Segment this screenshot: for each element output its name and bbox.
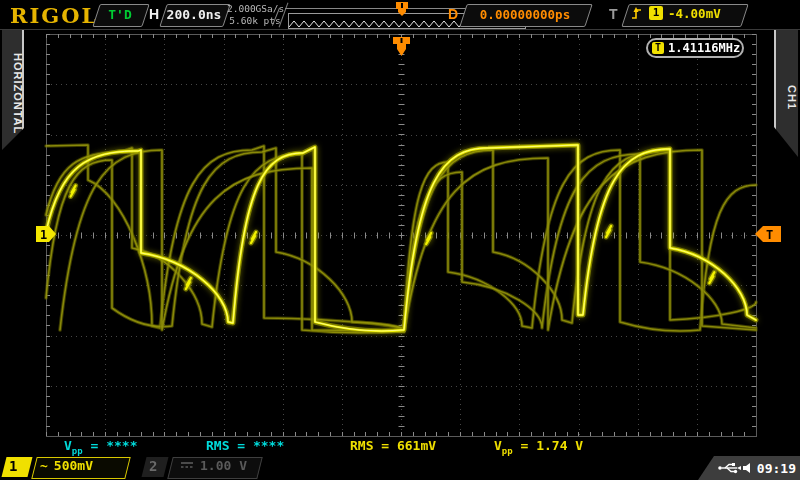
channel2-scale[interactable]: 1.00 V <box>180 458 260 473</box>
trigger-position-mini-icon[interactable] <box>395 2 409 17</box>
freq-counter-trigger-badge: T <box>652 42 664 54</box>
freq-counter-value: 1.41116MHz <box>668 41 740 55</box>
horizontal-label: H <box>149 6 159 22</box>
waveform-display[interactable] <box>0 0 800 480</box>
frequency-counter: T 1.41116MHz <box>646 38 744 58</box>
channel1-marker-label: 1 <box>40 228 47 242</box>
status-panel: 09:19 <box>698 456 800 480</box>
dc-coupling-icon <box>180 458 194 473</box>
rising-edge-icon <box>630 5 644 21</box>
trigger-settings[interactable]: 1 -4.00mV <box>625 5 743 25</box>
usb-icon <box>718 462 742 474</box>
trigger-level-marker[interactable]: T <box>754 225 782 243</box>
clock: 09:19 <box>757 461 796 476</box>
measurement-rms-ch1: RMS = 661mV <box>350 438 436 456</box>
trigger-source-badge: 1 <box>649 6 663 20</box>
measurement-rms-ch2: RMS = **** <box>206 438 284 456</box>
measurement-vpp-ch2: Vpp = **** <box>64 438 137 456</box>
trigger-level-value[interactable]: -4.00mV <box>668 6 721 21</box>
trigger-label: T <box>609 6 618 22</box>
measurement-vpp-ch1: Vpp = 1.74 V <box>494 438 583 456</box>
delay-value[interactable]: 0.00000000ps <box>463 5 587 25</box>
channel2-scale-value: 1.00 V <box>200 458 247 473</box>
topbar-separator <box>0 29 800 30</box>
delay-label: D <box>448 6 458 22</box>
channel1-level-marker[interactable]: 1 <box>36 225 58 243</box>
trigger-marker-label: T <box>766 228 773 242</box>
timebase-value[interactable]: 200.0ns <box>163 5 225 25</box>
speaker-icon <box>742 462 754 474</box>
sample-rate: 2.000GSa/s <box>227 3 283 15</box>
channel1-scale-value: 500mV <box>54 458 93 473</box>
trigger-position-marker[interactable] <box>392 36 412 58</box>
rigol-logo: RIGOL <box>10 3 98 28</box>
ac-coupling-icon: ~ <box>40 458 48 473</box>
channel2-number[interactable]: 2 <box>149 458 157 474</box>
trigger-status: T'D <box>96 5 144 25</box>
oscilloscope-screen: RIGOL T'D H 200.0ns 2.000GSa/s 5.60k pts… <box>0 0 800 480</box>
channel1-scale[interactable]: ~500mV <box>40 458 126 473</box>
channel1-number[interactable]: 1 <box>9 458 17 474</box>
acquisition-info: 2.000GSa/s 5.60k pts <box>227 3 283 27</box>
